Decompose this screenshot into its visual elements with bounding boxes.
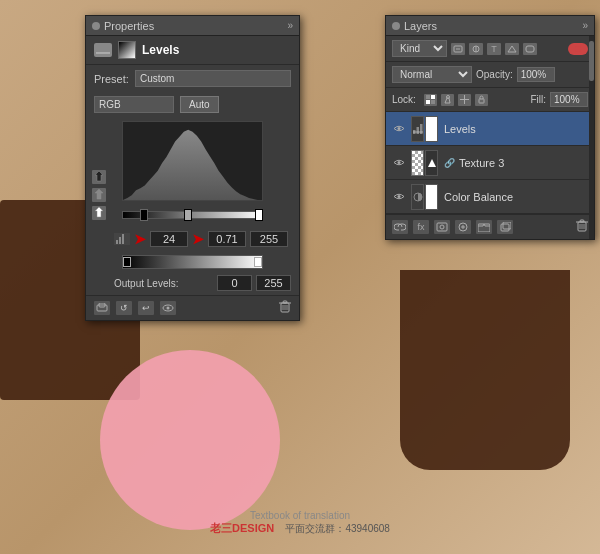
layers-expand-btn[interactable]: » <box>582 20 588 31</box>
layer-row-colorbalance[interactable]: Color Balance <box>386 180 594 214</box>
bg-donut <box>100 350 280 530</box>
add-mask-btn[interactable] <box>434 220 450 234</box>
svg-rect-42 <box>437 223 447 231</box>
output-min-input[interactable] <box>217 275 252 291</box>
watermark-line1: Textbook of translation <box>0 510 600 521</box>
smart-filter-icon[interactable] <box>523 43 537 55</box>
midtone-slider[interactable] <box>184 209 192 221</box>
new-group-btn[interactable] <box>476 220 492 234</box>
layers-scrollbar-thumb[interactable] <box>589 41 594 81</box>
lock-transparent-btn[interactable] <box>424 94 437 106</box>
output-row: Output Levels: <box>86 271 299 295</box>
svg-rect-36 <box>420 124 423 134</box>
black-value-input[interactable] <box>150 231 188 247</box>
layers-eye-texture3[interactable] <box>392 156 406 170</box>
svg-rect-5 <box>116 240 118 244</box>
layers-scrollbar[interactable] <box>589 36 594 239</box>
properties-toolbar: ↺ ↩ <box>86 295 299 320</box>
sample-black-btn[interactable] <box>92 170 106 184</box>
opacity-input[interactable] <box>517 67 555 82</box>
history-prev-btn[interactable]: ↺ <box>116 301 132 315</box>
layers-titlebar: Layers » <box>386 16 594 36</box>
svg-marker-22 <box>508 46 516 52</box>
svg-rect-32 <box>479 99 484 103</box>
type-filter-icon[interactable]: T <box>487 43 501 55</box>
svg-marker-4 <box>123 130 262 200</box>
layer-name-texture3: Texture 3 <box>459 157 588 169</box>
channel-select[interactable]: RGB Red Green Blue <box>94 96 174 113</box>
layer-row-texture3[interactable]: 🔗 Texture 3 <box>386 146 594 180</box>
lock-brush-btn[interactable] <box>441 94 454 106</box>
svg-rect-7 <box>122 234 124 244</box>
blend-mode-select[interactable]: Normal Dissolve Multiply Screen Overlay <box>392 66 472 83</box>
colorbalance-mask-thumb <box>425 184 438 210</box>
output-black-handle[interactable] <box>123 257 131 267</box>
blend-mode-row: Normal Dissolve Multiply Screen Overlay … <box>386 62 594 88</box>
lock-all-btn[interactable] <box>475 94 488 106</box>
layers-toolbar: fx <box>386 214 594 239</box>
pixel-filter-icon[interactable] <box>451 43 465 55</box>
input-slider[interactable] <box>122 205 263 225</box>
preset-select[interactable]: Custom Default Darker Increase Contrast … <box>135 70 291 87</box>
svg-rect-25 <box>426 95 430 99</box>
layer-row-levels[interactable]: Levels <box>386 112 594 146</box>
hist-small-icon <box>114 233 130 245</box>
levels-layer-thumb <box>118 41 136 59</box>
shape-filter-icon[interactable] <box>505 43 519 55</box>
kind-filter-toggle[interactable] <box>568 43 588 55</box>
values-row: ➤ ➤ <box>86 227 299 251</box>
layers-close-btn[interactable] <box>392 22 400 30</box>
levels-mask-thumb <box>425 116 438 142</box>
properties-titlebar: Properties » <box>86 16 299 36</box>
levels-title: Levels <box>142 43 179 57</box>
histogram <box>122 121 263 201</box>
black-point-slider[interactable] <box>140 209 148 221</box>
output-white-handle[interactable] <box>254 257 262 267</box>
output-gradient <box>122 255 263 269</box>
properties-title: Properties <box>104 20 154 32</box>
clip-to-layer-btn[interactable] <box>94 301 110 315</box>
layers-eye-levels[interactable] <box>392 122 406 136</box>
lock-position-btn[interactable] <box>458 94 471 106</box>
channel-row: RGB Red Green Blue Auto <box>86 92 299 117</box>
svg-point-29 <box>447 96 450 99</box>
white-point-slider[interactable] <box>255 209 263 221</box>
adjustment-filter-icon[interactable] <box>469 43 483 55</box>
preset-label: Preset: <box>94 73 129 85</box>
preset-row: Preset: Custom Default Darker Increase C… <box>86 65 299 92</box>
svg-rect-6 <box>119 237 121 244</box>
output-max-input[interactable] <box>256 275 291 291</box>
history-next-btn[interactable]: ↩ <box>138 301 154 315</box>
texture3-mask-thumb <box>425 150 438 176</box>
auto-button[interactable]: Auto <box>180 96 219 113</box>
mid-value-input[interactable] <box>208 231 246 247</box>
delete-layer-btn[interactable] <box>576 219 588 235</box>
opacity-label: Opacity: <box>476 69 513 80</box>
new-adjustment-btn[interactable] <box>455 220 471 234</box>
svg-rect-46 <box>501 224 509 231</box>
svg-rect-28 <box>431 100 435 104</box>
add-fx-btn[interactable]: fx <box>413 220 429 234</box>
new-layer-btn[interactable] <box>497 220 513 234</box>
colorbalance-thumb-wrap <box>411 184 439 210</box>
watermark-group: 平面交流群：43940608 <box>285 523 390 534</box>
visibility-btn[interactable] <box>160 301 176 315</box>
svg-point-33 <box>398 127 401 130</box>
delete-adjustment-btn[interactable] <box>279 300 291 316</box>
white-value-input[interactable] <box>250 231 288 247</box>
titlebar-left: Properties <box>92 20 154 32</box>
link-layers-btn[interactable] <box>392 220 408 234</box>
properties-close-btn[interactable] <box>92 22 100 30</box>
properties-expand-btn[interactable]: » <box>287 20 293 31</box>
fill-label: Fill: <box>530 94 546 105</box>
sample-white-btn[interactable] <box>92 206 106 220</box>
kind-select[interactable]: Kind Name Effect <box>392 40 447 57</box>
layers-eye-colorbalance[interactable] <box>392 190 406 204</box>
output-label: Output Levels: <box>114 278 213 289</box>
sample-gray-btn[interactable] <box>92 188 106 202</box>
fill-input[interactable] <box>550 92 588 107</box>
svg-marker-39 <box>428 159 436 167</box>
levels-adjustment-thumb <box>411 116 424 142</box>
output-gradient-container <box>114 255 271 269</box>
svg-rect-1 <box>100 48 103 55</box>
